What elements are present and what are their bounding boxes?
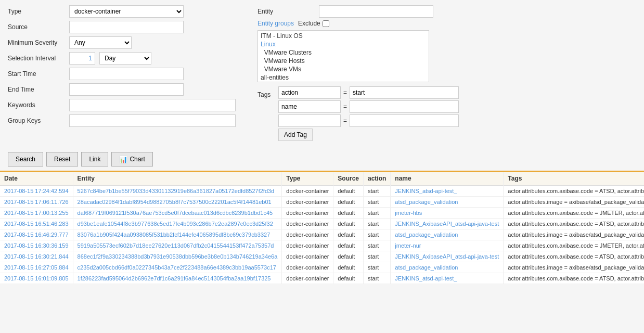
reset-button[interactable]: Reset	[46, 152, 78, 166]
cell-type: docker-container	[282, 251, 333, 262]
cell-date[interactable]: 2017-08-15 16:30:21.844	[0, 251, 73, 262]
cell-name[interactable]: atsd_package_validation	[391, 262, 504, 273]
table-body: 2017-08-15 17:24:42.5945267c84be7b1be55f…	[0, 186, 644, 284]
cell-date[interactable]: 2017-08-15 17:24:42.594	[0, 186, 73, 197]
type-label: Type	[8, 8, 65, 15]
cell-name[interactable]: JENKINS_atsd-api-test_	[391, 273, 504, 284]
cell-entity[interactable]: 83076a1b905f424aa0938085f531bb2fcf144efe…	[73, 229, 282, 240]
entity-groups-link[interactable]: Entity groups	[257, 20, 294, 27]
interval-value-input[interactable]	[69, 52, 95, 65]
cell-name[interactable]: JENKINS_AxibaseAPI_atsd-api-java-test	[391, 251, 504, 262]
entity-input[interactable]	[319, 5, 433, 18]
min-severity-select[interactable]: Any NORMAL WARNING MAJOR CRITICAL	[69, 36, 132, 49]
add-tag-row: Add Tag	[278, 129, 459, 141]
tags-area: Tags = = = Add Tag	[257, 86, 636, 143]
cell-entity[interactable]: c235d2a005cbd66df0a0227345b43a7ce2f22348…	[73, 262, 282, 273]
list-item[interactable]: VMware VMs	[259, 65, 428, 73]
list-item[interactable]: all-entities	[259, 73, 428, 82]
cell-entity[interactable]: 5919a505573ecf602b7d18ee27620e113d067dfb…	[73, 240, 282, 251]
chart-label: Chart	[130, 156, 145, 163]
source-input[interactable]	[69, 21, 184, 33]
keywords-label: Keywords	[8, 101, 65, 109]
cell-date[interactable]: 2017-08-15 16:51:46.283	[0, 219, 73, 229]
tags-label: Tags	[257, 89, 273, 143]
tag-key-1[interactable]	[278, 86, 341, 99]
list-item[interactable]: ITM - Linux OS	[259, 32, 428, 40]
cell-entity[interactable]: 1f286223fad595064d2b6962e7df1c6a291f6a84…	[73, 273, 282, 284]
chart-button[interactable]: 📊 Chart	[111, 152, 152, 166]
cell-name[interactable]: jmeter-nur	[391, 240, 504, 251]
keywords-row: Keywords	[8, 99, 247, 111]
exclude-checkbox[interactable]	[323, 20, 329, 27]
right-main: Entity Entity groups Exclude ITM - Linux…	[257, 5, 636, 143]
start-time-row: Start Time	[8, 68, 247, 80]
tag-value-2[interactable]	[350, 100, 459, 113]
cell-source: default	[333, 273, 364, 284]
list-item[interactable]: VMware Hosts	[259, 57, 428, 65]
cell-source: default	[333, 229, 364, 240]
col-date: Date	[0, 172, 73, 186]
cell-source: default	[333, 262, 364, 273]
tag-key-2[interactable]	[278, 100, 341, 113]
min-severity-row: Minimum Severity Any NORMAL WARNING MAJO…	[8, 36, 247, 49]
cell-name[interactable]: atsd_package_validation	[391, 229, 504, 240]
table-row: 2017-08-15 16:51:46.283d93be1eafe10544f8…	[0, 219, 644, 229]
left-panel: Type docker-container metric property So…	[8, 5, 247, 143]
search-button[interactable]: Search	[8, 152, 43, 166]
cell-tags: actor.attributes.com.axibase.code = ATSD…	[504, 186, 644, 197]
tag-row-1: =	[278, 86, 459, 99]
cell-entity[interactable]: d93be1eafe10544f8e3b977638c5ed17fc4b093c…	[73, 219, 282, 229]
group-keys-input[interactable]	[69, 114, 236, 127]
cell-type: docker-container	[282, 273, 333, 284]
tag-equals-2: =	[343, 103, 347, 110]
source-label: Source	[8, 23, 65, 31]
cell-type: docker-container	[282, 186, 333, 197]
add-tag-button[interactable]: Add Tag	[278, 129, 313, 141]
col-type: Type	[282, 172, 333, 186]
cell-source: default	[333, 208, 364, 219]
table-row: 2017-08-15 17:24:42.5945267c84be7b1be55f…	[0, 186, 644, 197]
cell-name[interactable]: atsd_package_validation	[391, 197, 504, 208]
cell-action: start	[363, 208, 390, 219]
entity-row: Entity	[257, 5, 636, 18]
end-time-row: End Time	[8, 83, 247, 96]
cell-source: default	[333, 240, 364, 251]
end-time-label: End Time	[8, 86, 65, 93]
cell-date[interactable]: 2017-08-15 16:01:09.805	[0, 273, 73, 284]
start-time-input[interactable]	[69, 68, 184, 80]
exclude-label: Exclude	[298, 20, 320, 27]
cell-entity[interactable]: 5267c84be7b1be55f79033d43301132919e86a36…	[73, 186, 282, 197]
cell-date[interactable]: 2017-08-15 16:27:05.884	[0, 262, 73, 273]
link-button[interactable]: Link	[81, 152, 108, 166]
entity-list[interactable]: ITM - Linux OS Linux VMware Clusters VMw…	[257, 30, 429, 82]
keywords-input[interactable]	[69, 99, 236, 111]
cell-date[interactable]: 2017-08-15 16:46:29.777	[0, 229, 73, 240]
cell-name[interactable]: jmeter-hbs	[391, 208, 504, 219]
list-item[interactable]: VMware Clusters	[259, 48, 428, 57]
tag-key-3[interactable]	[278, 114, 341, 127]
type-select[interactable]: docker-container metric property	[69, 5, 184, 18]
cell-date[interactable]: 2017-08-15 17:06:11.726	[0, 197, 73, 208]
action-bar: Search Reset Link 📊 Chart	[0, 148, 644, 171]
cell-name[interactable]: JENKINS_atsd-api-test_	[391, 186, 504, 197]
cell-type: docker-container	[282, 262, 333, 273]
cell-action: start	[363, 251, 390, 262]
cell-entity[interactable]: 28acadac02984f1dabf8954d9882705b8f7c7537…	[73, 197, 282, 208]
results-table-container: Date Entity Type Source action name Tags…	[0, 171, 644, 284]
table-row: 2017-08-15 16:46:29.77783076a1b905f424aa…	[0, 229, 644, 240]
cell-name[interactable]: JENKINS_AxibaseAPI_atsd-api-java-test	[391, 219, 504, 229]
list-item[interactable]: Linux	[259, 40, 428, 48]
cell-action: start	[363, 273, 390, 284]
entity-groups-row: Entity groups Exclude	[257, 20, 636, 27]
cell-date[interactable]: 2017-08-15 16:30:36.159	[0, 240, 73, 251]
cell-entity[interactable]: 868ec1f2f9a330234388bd3b7931e90538dbb596…	[73, 251, 282, 262]
cell-tags: actor.attributes.image = axibase/atsd_pa…	[504, 229, 644, 240]
tag-value-1[interactable]	[350, 86, 459, 99]
cell-action: start	[363, 262, 390, 273]
cell-date[interactable]: 2017-08-15 17:00:13.255	[0, 208, 73, 219]
tag-value-3[interactable]	[350, 114, 459, 127]
end-time-input[interactable]	[69, 83, 184, 96]
interval-unit-select[interactable]: Minute Hour Day Week	[99, 52, 151, 65]
cell-entity[interactable]: daf687719f069121f530a76ae753cd5e0f7dceba…	[73, 208, 282, 219]
group-keys-label: Group Keys	[8, 117, 65, 124]
